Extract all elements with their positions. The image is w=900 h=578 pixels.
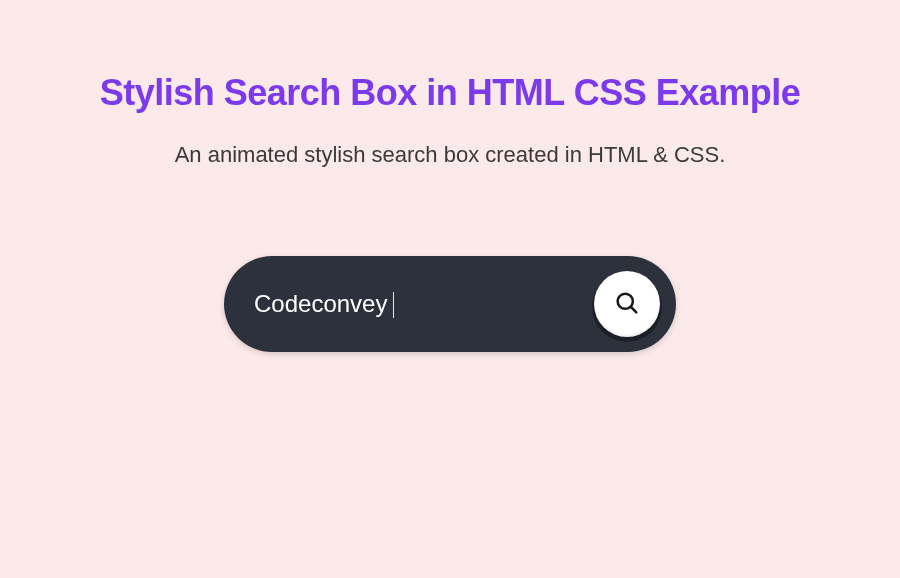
search-icon xyxy=(613,289,641,320)
search-box: Codeconvey xyxy=(224,256,676,352)
search-wrapper: Codeconvey xyxy=(0,256,900,352)
search-button[interactable] xyxy=(594,271,660,337)
svg-line-1 xyxy=(631,306,637,312)
search-input-value: Codeconvey xyxy=(254,290,387,317)
text-cursor xyxy=(393,292,394,318)
page-subtitle: An animated stylish search box created i… xyxy=(0,142,900,168)
page-title: Stylish Search Box in HTML CSS Example xyxy=(0,72,900,114)
search-input[interactable]: Codeconvey xyxy=(254,290,394,319)
page-container: Stylish Search Box in HTML CSS Example A… xyxy=(0,0,900,352)
